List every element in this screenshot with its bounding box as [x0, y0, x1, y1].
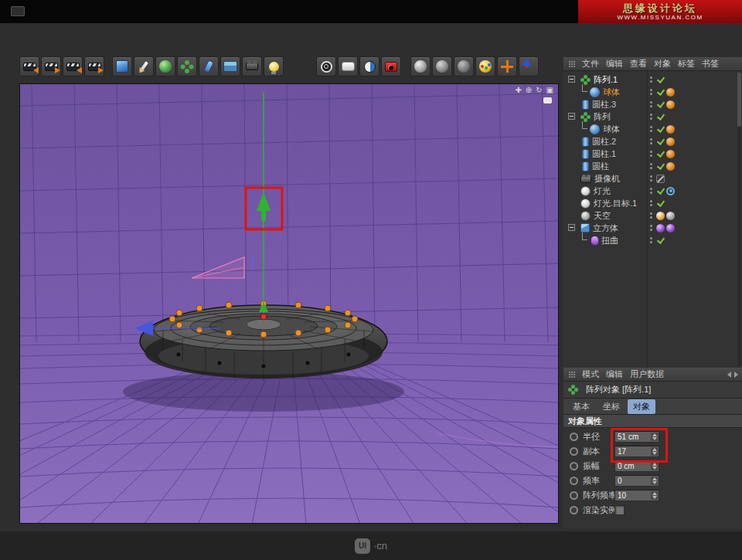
enabled-check-icon[interactable] — [656, 150, 665, 158]
expand-toggle-icon[interactable] — [568, 76, 575, 83]
enabled-check-icon[interactable] — [656, 125, 665, 134]
visibility-dots[interactable] — [650, 237, 652, 243]
back-arrow-icon[interactable] — [727, 372, 731, 378]
enabled-check-icon[interactable] — [656, 100, 665, 109]
spinner-icon[interactable] — [651, 433, 658, 441]
subdivision-surface-icon[interactable] — [155, 56, 175, 76]
tab-object[interactable]: 对象 — [628, 399, 655, 414]
display-shaded-icon[interactable] — [410, 56, 431, 76]
deformer-icon[interactable] — [199, 56, 219, 76]
tab-basic[interactable]: 基本 — [567, 399, 595, 414]
snap-icon[interactable] — [519, 56, 539, 76]
environment-icon[interactable] — [220, 56, 240, 76]
enabled-check-icon[interactable] — [656, 113, 665, 121]
maximize-icon[interactable]: ▣ — [546, 86, 553, 95]
array-frequency-input[interactable]: 10 — [614, 490, 659, 501]
menu-view[interactable]: 查看 — [630, 58, 647, 70]
spinner-icon[interactable] — [651, 477, 658, 485]
amplitude-input[interactable]: 0 cm — [614, 460, 659, 472]
panel-grip-icon[interactable] — [568, 60, 575, 68]
keyframe-bullet-icon[interactable] — [570, 433, 578, 441]
object-row-cylinder3[interactable]: 圆柱.3 — [563, 98, 742, 110]
visibility-dots[interactable] — [650, 76, 652, 83]
object-row-array[interactable]: 阵列 — [563, 110, 742, 123]
render-region-icon[interactable] — [338, 56, 358, 76]
enabled-check-icon[interactable] — [656, 162, 665, 171]
keyframe-bullet-icon[interactable] — [570, 447, 578, 456]
viewport-toggle-icon[interactable] — [543, 97, 552, 104]
object-row-cylinder2[interactable]: 圆柱.2 — [563, 135, 742, 148]
rotate-icon[interactable]: ↻ — [536, 86, 542, 95]
object-row-cylinder[interactable]: 圆柱 — [563, 160, 742, 172]
visibility-dots[interactable] — [650, 89, 652, 95]
spinner-icon[interactable] — [651, 491, 658, 500]
forward-arrow-icon[interactable] — [734, 372, 738, 378]
spinner-icon[interactable] — [651, 447, 658, 456]
object-row-cylinder1[interactable]: 圆柱.1 — [563, 148, 742, 160]
protection-tag-icon[interactable] — [656, 175, 665, 183]
texture-tag-icon[interactable] — [666, 224, 675, 232]
phong-tag-icon[interactable] — [666, 150, 675, 158]
undo-history-icon[interactable] — [63, 56, 83, 76]
spinner-icon[interactable] — [651, 462, 658, 470]
visibility-dots[interactable] — [650, 114, 652, 120]
visibility-dots[interactable] — [650, 163, 652, 169]
object-row-camera[interactable]: 摄像机 — [563, 172, 742, 185]
panel-grip-icon[interactable] — [568, 371, 575, 378]
menu-edit[interactable]: 编辑 — [606, 368, 623, 380]
keyframe-bullet-icon[interactable] — [570, 491, 578, 500]
target-tag-icon[interactable] — [666, 187, 675, 195]
keyframe-bullet-icon[interactable] — [570, 462, 578, 470]
object-row-light-target[interactable]: 灯光.目标.1 — [563, 197, 742, 209]
visibility-dots[interactable] — [650, 151, 652, 157]
render-settings-icon[interactable] — [381, 56, 401, 76]
frequency-input[interactable]: 0 — [614, 475, 659, 487]
visibility-dots[interactable] — [650, 175, 652, 182]
visibility-dots[interactable] — [650, 126, 652, 132]
spline-pen-icon[interactable] — [134, 56, 154, 76]
enabled-check-icon[interactable] — [656, 76, 665, 84]
camera-tool-icon[interactable] — [242, 56, 262, 76]
phong-tag-icon[interactable] — [666, 137, 675, 146]
display-lines-icon[interactable] — [432, 56, 452, 76]
object-row-sphere1[interactable]: 球体 — [563, 86, 742, 98]
origin-point[interactable] — [260, 314, 267, 320]
menu-mode[interactable]: 模式 — [582, 368, 599, 380]
radius-input[interactable]: 51 cm — [614, 431, 659, 443]
viewport-canvas[interactable]: ✚ ⊕ ↻ ▣ — [19, 83, 559, 524]
pan-icon[interactable]: ✚ — [515, 86, 521, 95]
keyframe-bullet-icon[interactable] — [570, 506, 578, 514]
y-axis-arrow-stem[interactable] — [261, 211, 266, 221]
keyframe-bullet-icon[interactable] — [570, 477, 578, 485]
render-instances-checkbox[interactable] — [614, 505, 625, 515]
visibility-dots[interactable] — [650, 138, 652, 144]
visibility-dots[interactable] — [650, 212, 652, 219]
object-row-sphere2[interactable]: 球体 — [563, 123, 742, 135]
menu-file[interactable]: 文件 — [582, 58, 599, 70]
render-view-icon[interactable] — [316, 56, 336, 76]
enabled-check-icon[interactable] — [656, 187, 665, 195]
visibility-dots[interactable] — [650, 200, 652, 206]
object-row-bend[interactable]: 扭曲 — [563, 234, 742, 246]
redo-icon[interactable] — [41, 56, 61, 76]
phong-tag-icon[interactable] — [666, 88, 675, 97]
zoom-icon[interactable]: ⊕ — [526, 86, 532, 95]
enabled-check-icon[interactable] — [656, 236, 665, 245]
menu-edit[interactable]: 编辑 — [606, 58, 623, 70]
expand-toggle-icon[interactable] — [568, 224, 575, 231]
tab-coordinates[interactable]: 坐标 — [597, 399, 625, 414]
menu-tags[interactable]: 标签 — [678, 58, 695, 70]
phong-tag-icon[interactable] — [666, 162, 675, 171]
object-row-array1[interactable]: 阵列.1 — [563, 73, 742, 86]
light-tool-icon[interactable] — [264, 56, 284, 76]
phong-tag-icon[interactable] — [666, 100, 675, 109]
redo-history-icon[interactable] — [84, 56, 104, 76]
visibility-dots[interactable] — [650, 101, 652, 107]
display-wireframe-icon[interactable] — [454, 56, 474, 76]
texture-tag-icon[interactable] — [656, 212, 665, 220]
visibility-dots[interactable] — [650, 188, 652, 194]
object-row-cube[interactable]: 立方体 — [563, 222, 742, 234]
enabled-check-icon[interactable] — [656, 88, 665, 97]
object-row-light[interactable]: 灯光 — [563, 185, 742, 197]
texture-tag-icon[interactable] — [656, 224, 665, 232]
